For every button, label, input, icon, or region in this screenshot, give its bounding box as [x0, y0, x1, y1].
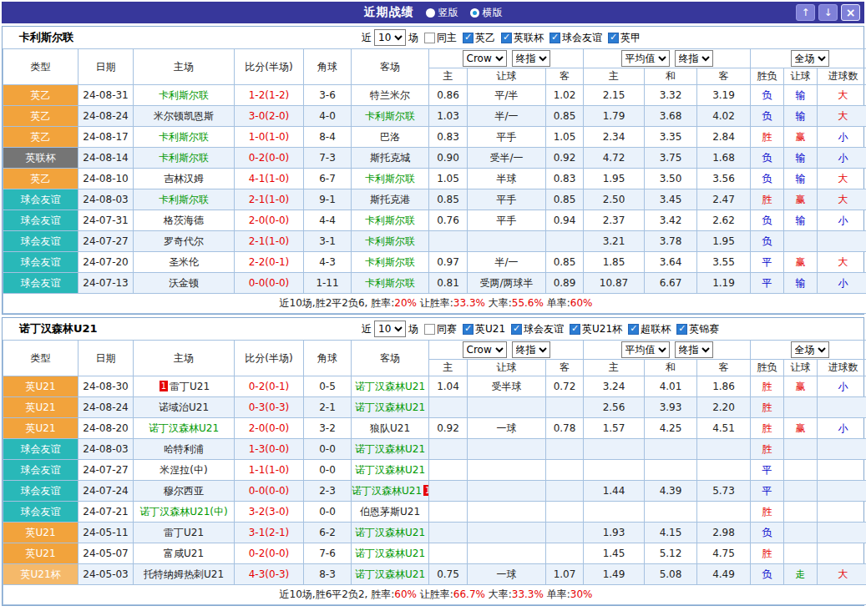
same-venue-checkbox[interactable]: 同主 — [424, 31, 457, 45]
section-header: 卡利斯尔联近10场同主英乙英联杯球会友谊英甲 — [3, 27, 863, 48]
titlebar-buttons: ↑ ↓ × — [796, 4, 864, 21]
result-handicap — [784, 481, 818, 502]
odds-home: 0.75 — [429, 564, 468, 585]
summary-stats: 近10场,胜2平2负6, 胜率:20% 让胜率:33.3% 大率:55.6% 单… — [3, 294, 866, 314]
league-checkbox-2[interactable]: 英联杯 — [501, 31, 544, 45]
league-checkbox-3[interactable]: 球会友谊 — [549, 31, 602, 45]
result-wdl: 平 — [751, 252, 784, 273]
away-team: 诺丁汉森林U21 — [352, 397, 429, 418]
team-link: 诺丁汉森林U21 — [355, 443, 425, 455]
odds-handicap — [468, 460, 546, 481]
odds-handicap: 平手 — [468, 210, 546, 231]
result-goals — [818, 481, 866, 502]
summary-segment: 30% — [570, 588, 593, 600]
odds-handicap: 一球 — [468, 418, 546, 439]
near-label: 近 — [362, 31, 372, 45]
result-handicap: 输 — [784, 169, 818, 189]
match-date: 24-08-24 — [78, 106, 134, 127]
avg-stage-select[interactable]: 终指 — [675, 50, 713, 67]
match-date: 24-05-07 — [78, 543, 134, 564]
scope-select[interactable]: 全场 — [791, 341, 829, 358]
team-link: 卡利斯尔联 — [159, 89, 209, 101]
result-goals — [818, 439, 866, 460]
avg-stage-select[interactable]: 终指 — [675, 341, 713, 358]
odds-stage-select[interactable]: 终指 — [512, 50, 550, 67]
odds-away — [546, 543, 584, 564]
team-link: 卡利斯尔联 — [365, 256, 415, 268]
col-header: 和 — [645, 360, 697, 376]
header-select-cell: 平均值终指 — [584, 341, 751, 360]
league-badge: 球会友谊 — [3, 252, 78, 273]
league-checkbox-4[interactable]: 英甲 — [608, 31, 641, 45]
col-header: 胜负 — [751, 360, 784, 376]
avg-source-select[interactable]: 平均值 — [621, 50, 670, 67]
league-checkbox-3[interactable]: 英U21杯 — [570, 322, 622, 336]
odds-source-select[interactable]: Crow — [463, 50, 507, 67]
col-header: 比分(半场) — [235, 49, 304, 85]
scroll-up-button[interactable]: ↑ — [796, 4, 815, 21]
avg-draw: 3.35 — [645, 127, 697, 148]
scope-select[interactable]: 全场 — [791, 50, 829, 67]
match-date: 24-08-10 — [78, 169, 134, 189]
summary-segment: 让胜率: — [417, 588, 453, 600]
odds-source-select[interactable]: Crow — [463, 341, 507, 358]
league-badge: 球会友谊 — [3, 502, 78, 523]
league-badge: 球会友谊 — [3, 460, 78, 481]
score: 4-3(0-3) — [235, 564, 304, 585]
layout-radio-vertical[interactable]: 竖版 — [426, 6, 458, 20]
avg-draw: 5.08 — [645, 564, 697, 585]
result-handicap: 输 — [784, 148, 818, 169]
result-handicap — [784, 523, 818, 543]
team-link: 雷丁U21 — [170, 381, 210, 392]
league-checkbox-2[interactable]: 球会友谊 — [511, 322, 564, 336]
away-team: 卡利斯尔联 — [352, 210, 429, 231]
corners: 0-0 — [304, 439, 352, 460]
away-team: 巴洛 — [352, 127, 429, 148]
match-count-select[interactable]: 10 — [374, 29, 406, 46]
summary-segment: 60% — [570, 297, 593, 309]
avg-draw — [645, 502, 697, 523]
summary-segment: 55.6% — [512, 297, 544, 309]
games-label: 场 — [408, 31, 418, 45]
away-team: 狼队U21 — [352, 418, 429, 439]
score: 3-1(2-1) — [235, 523, 304, 543]
match-date: 24-08-14 — [78, 148, 134, 169]
checkbox-label: 英U21杯 — [582, 322, 622, 336]
result-goals: 小 — [818, 210, 866, 231]
odds-home — [429, 481, 468, 502]
team-link: 米涅拉(中) — [160, 464, 207, 476]
result-wdl: 胜 — [751, 439, 784, 460]
same-venue-checkbox[interactable]: 同赛 — [424, 322, 457, 336]
checkbox-label: 英锦赛 — [689, 322, 719, 336]
radio-label: 横版 — [483, 6, 503, 20]
avg-away: 4.02 — [697, 106, 751, 127]
odds-away: 0.85 — [546, 106, 584, 127]
scroll-down-button[interactable]: ↓ — [818, 4, 838, 21]
league-badge: 英乙 — [3, 169, 78, 189]
avg-home — [584, 502, 645, 523]
team-link: 卡利斯尔联 — [365, 277, 415, 289]
layout-radio-horizontal[interactable]: 横版 — [470, 6, 503, 20]
avg-source-select[interactable]: 平均值 — [621, 341, 670, 358]
league-checkbox-1[interactable]: 英乙 — [463, 31, 495, 45]
close-button[interactable]: × — [841, 4, 860, 21]
col-header: 角球 — [304, 341, 352, 376]
odds-away — [546, 481, 584, 502]
odds-stage-select[interactable]: 终指 — [512, 341, 550, 358]
corners: 1-11 — [304, 273, 352, 294]
corners: 0-5 — [304, 376, 352, 397]
summary-segment: 33.3% — [512, 588, 544, 600]
league-checkbox-5[interactable]: 英锦赛 — [676, 322, 719, 336]
avg-draw — [645, 460, 697, 481]
col-header: 客 — [697, 68, 751, 85]
match-row: 英乙24-08-31卡利斯尔联1-2(1-2)3-6特兰米尔0.86平/半1.0… — [3, 85, 866, 106]
col-header: 类型 — [3, 341, 78, 376]
avg-away: 1.68 — [697, 148, 751, 169]
league-checkbox-4[interactable]: 超联杯 — [628, 322, 671, 336]
match-count-select[interactable]: 10 — [374, 321, 406, 337]
league-checkbox-1[interactable]: 英U21 — [463, 322, 505, 336]
team-link: 伯恩茅斯U21 — [360, 506, 420, 518]
home-team: 卡利斯尔联 — [134, 189, 235, 210]
team-section-1: 卡利斯尔联近10场同主英乙英联杯球会友谊英甲类型日期主场比分(半场)角球客场Cr… — [2, 26, 864, 315]
home-team: 穆尔西亚 — [134, 481, 235, 502]
